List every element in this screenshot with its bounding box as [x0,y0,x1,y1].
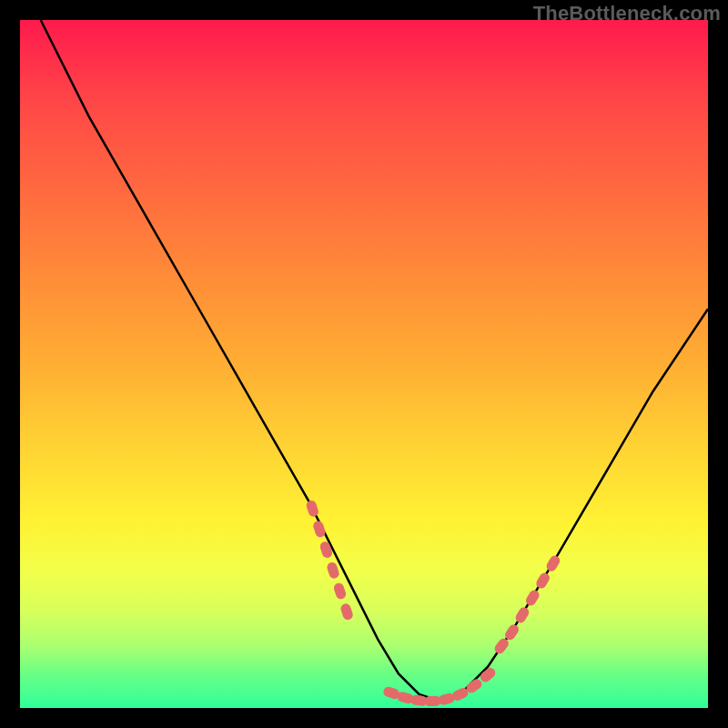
marker-capsule [479,666,498,684]
marker-capsule [305,500,319,519]
marker-capsule [332,581,347,601]
bottleneck-chart-svg [20,20,708,708]
marker-capsule [312,520,327,539]
marker-capsule [492,637,511,656]
bottleneck-curve [41,20,708,701]
marker-capsule [326,561,340,581]
chart-plot-area [20,20,708,708]
markers-bottom-cluster [382,666,498,707]
markers-left-cluster [305,500,354,622]
marker-capsule [339,602,354,622]
marker-capsule [318,541,333,560]
watermark-text: TheBottleneck.com [533,2,721,25]
